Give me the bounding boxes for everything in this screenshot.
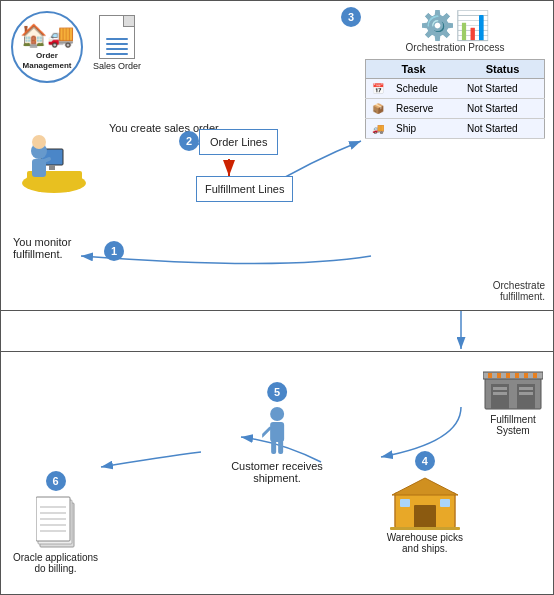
fulfillment-system-box: Fulfillment System (483, 362, 543, 436)
middle-gap (1, 311, 553, 351)
order-mgmt-label: Order Management (13, 51, 81, 70)
status-col-header: Status (461, 60, 544, 79)
order-lines-box: Order Lines (199, 129, 278, 155)
person-bottom: 5 Customer receives shipment. (231, 382, 323, 484)
customer-icon (262, 406, 292, 456)
task-status: Not Started (461, 119, 544, 139)
svg-line-42 (262, 428, 270, 436)
svg-rect-29 (515, 373, 519, 378)
bottom-panel: Fulfillment System 4 Warehouse picks and… (1, 351, 553, 594)
middle-arrow (1, 311, 554, 351)
svg-point-38 (270, 407, 284, 421)
svg-rect-24 (519, 392, 533, 395)
warehouse-area: 4 Warehouse picks and ships. (387, 451, 463, 554)
svg-rect-21 (493, 387, 507, 390)
svg-rect-23 (519, 387, 533, 390)
task-row: 📦 Reserve Not Started (366, 99, 545, 119)
task-icon: 🚚 (366, 119, 391, 139)
svg-rect-27 (497, 373, 501, 378)
badge-5: 5 (267, 382, 287, 402)
sales-order-label: Sales Order (93, 61, 141, 71)
orchestration-title: Orchestration Process (406, 42, 505, 53)
svg-rect-26 (488, 373, 492, 378)
task-name: Schedule (390, 79, 461, 99)
svg-rect-28 (506, 373, 510, 378)
orch-header: ⚙️📊 Orchestration Process (365, 9, 545, 53)
sales-order-icon (99, 15, 135, 59)
svg-rect-22 (493, 392, 507, 395)
fulfillment-lines-box: Fulfillment Lines (196, 176, 293, 202)
svg-rect-30 (524, 373, 528, 378)
fulfillment-system-icon (483, 362, 543, 412)
task-row: 🚚 Ship Not Started (366, 119, 545, 139)
customer-text: Customer receives shipment. (231, 460, 323, 484)
monitor-text: You monitor fulfillment. (13, 236, 71, 260)
svg-marker-33 (392, 478, 458, 495)
svg-rect-34 (414, 505, 436, 528)
oracle-billing-icon (36, 495, 76, 550)
badge-4: 4 (415, 451, 435, 471)
oracle-billing-area: 6 Oracle applications do billing. (13, 471, 98, 574)
svg-rect-8 (49, 165, 55, 170)
task-status: Not Started (461, 79, 544, 99)
orchestration-icon: ⚙️📊 (420, 9, 490, 42)
main-container: 🏠🚚 Order Management Sales Order 3 ⚙️📊 (0, 0, 554, 595)
task-col-header: Task (366, 60, 462, 79)
badge-6: 6 (46, 471, 66, 491)
badge-3: 3 (341, 7, 361, 27)
task-status: Not Started (461, 99, 544, 119)
task-icon: 📦 (366, 99, 391, 119)
task-name: Ship (390, 119, 461, 139)
svg-rect-36 (440, 499, 450, 507)
orchestrate-text: Orchestrate fulfillment. (493, 280, 545, 302)
svg-point-11 (32, 135, 46, 149)
warehouse-text: Warehouse picks and ships. (387, 532, 463, 554)
svg-rect-31 (533, 373, 537, 378)
task-row: 📅 Schedule Not Started (366, 79, 545, 99)
person-desk-icon (19, 121, 89, 196)
svg-rect-35 (400, 499, 410, 507)
badge-2: 2 (179, 131, 199, 151)
oracle-billing-text: Oracle applications do billing. (13, 552, 98, 574)
svg-rect-37 (390, 527, 460, 530)
top-panel: 🏠🚚 Order Management Sales Order 3 ⚙️📊 (1, 1, 553, 311)
sales-order-box: Sales Order (93, 15, 141, 71)
orchestration-box: ⚙️📊 Orchestration Process Task Status 📅 … (365, 9, 545, 139)
task-name: Reserve (390, 99, 461, 119)
svg-rect-39 (270, 422, 284, 442)
fulfillment-system-label: Fulfillment System (490, 414, 536, 436)
svg-rect-40 (271, 440, 276, 454)
person-area: 1 (19, 121, 89, 196)
task-icon: 📅 (366, 79, 391, 99)
warehouse-icon (390, 475, 460, 530)
badge-1: 1 (104, 241, 124, 261)
order-mgmt-circle: 🏠🚚 Order Management (11, 11, 83, 83)
svg-rect-41 (278, 440, 283, 454)
task-table: Task Status 📅 Schedule Not Started 📦 Res… (365, 59, 545, 139)
order-mgmt-icon: 🏠🚚 (20, 23, 74, 49)
